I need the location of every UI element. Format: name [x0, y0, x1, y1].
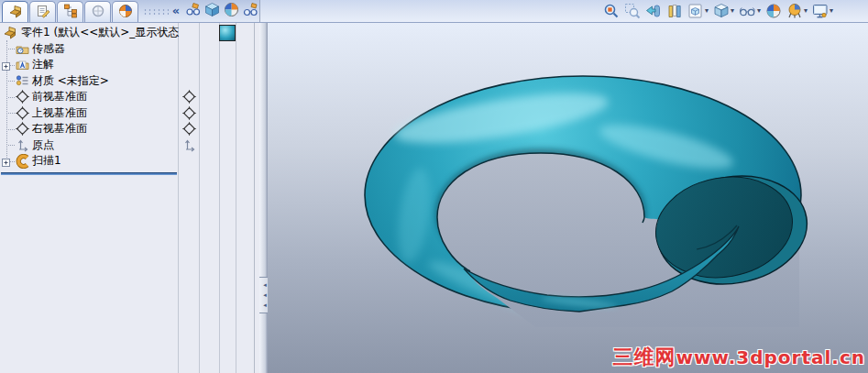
tree-item-label: 右视基准面: [32, 121, 87, 137]
tree-item-label: 前视基准面: [32, 89, 87, 104]
view-settings-button[interactable]: ▾: [811, 2, 834, 20]
tab-feature-manager[interactable]: [2, 1, 28, 22]
collapse-panel-button[interactable]: «: [170, 3, 181, 19]
splitter-arrow-icon: ◂: [263, 280, 267, 291]
appearance-ball-icon: [224, 2, 239, 20]
solidworks-window: «: [0, 0, 868, 373]
display-pane-cube-icon: [204, 2, 220, 20]
tree-item-origin[interactable]: 原点: [2, 137, 176, 154]
tab-dimxpert-manager[interactable]: [84, 1, 111, 22]
display-style-icon: [713, 3, 730, 19]
view-settings-icon: [812, 3, 829, 19]
plane-icon: [16, 122, 29, 138]
display-style-button[interactable]: ▾: [712, 2, 735, 20]
plane-icon: [16, 90, 29, 106]
zoom-to-area-icon: [624, 3, 641, 19]
appearance-ball-button[interactable]: [223, 3, 239, 19]
appearance-sphere-icon[interactable]: [219, 25, 236, 41]
dimxpert-tab-icon: [91, 4, 105, 21]
heads-up-view-toolbar: ▾ ▾ ▾: [602, 2, 834, 20]
splitter-arrow-icon: ◂: [263, 291, 267, 301]
tree-item-label: 传感器: [32, 41, 65, 57]
origin-icon: [16, 138, 29, 155]
edit-appearance-icon: [765, 3, 782, 19]
hide-show-items-icon: [739, 3, 756, 19]
sensors-folder-icon: [16, 42, 29, 59]
expand-plus-icon[interactable]: [2, 157, 10, 170]
zoom-to-fit-icon: [603, 3, 620, 19]
filter-glasses-button[interactable]: [242, 3, 258, 19]
watermark: 三维网www.3dportal.cn: [612, 344, 865, 371]
tree-item-label: 上视基准面: [32, 105, 87, 121]
display-pane-origin-icon[interactable]: [182, 138, 196, 155]
section-view-button[interactable]: [665, 2, 684, 20]
tree-item-annotations[interactable]: 注解: [2, 57, 176, 73]
edit-appearance-button[interactable]: [764, 2, 783, 20]
display-pane-cube-button[interactable]: [203, 3, 220, 19]
feature-tree-tab-icon: [8, 4, 23, 21]
toolbar-grip[interactable]: [143, 8, 169, 15]
annotations-folder-icon: [16, 58, 29, 74]
plane-icon: [16, 106, 29, 123]
display-pane-plane-icon[interactable]: [182, 90, 196, 106]
watermark-url: www.3dportal.cn: [676, 346, 865, 368]
tree-item-sweep1[interactable]: 扫描1: [2, 153, 176, 170]
view-orientation-button[interactable]: ▾: [687, 2, 709, 20]
hide-show-items-button[interactable]: ▾: [738, 2, 762, 20]
tree-item-front-plane[interactable]: 前视基准面: [2, 89, 176, 105]
zoom-to-fit-button[interactable]: [602, 2, 621, 20]
apply-scene-dropdown[interactable]: ▾: [804, 2, 808, 20]
display-pane-plane-icon[interactable]: [182, 106, 196, 123]
sweep-icon: [16, 154, 30, 171]
previous-view-button[interactable]: [644, 2, 663, 20]
display-pane-divider: [199, 23, 200, 373]
display-pane-plane-icon[interactable]: [182, 122, 196, 138]
property-manager-tab-icon: [36, 4, 50, 21]
tree-item-right-plane[interactable]: 右视基准面: [2, 121, 176, 137]
tab-display-manager[interactable]: [112, 1, 138, 22]
view-orientation-icon: [687, 3, 704, 19]
view-settings-dropdown[interactable]: ▾: [830, 2, 833, 20]
feature-manager-header-icons: [184, 3, 258, 19]
hide-show-items-dropdown[interactable]: ▾: [757, 2, 761, 20]
splitter-arrow-icon: ◂: [263, 301, 267, 311]
tab-property-manager[interactable]: [29, 1, 56, 22]
feature-manager-panel: 零件1 (默认<<默认>_显示状态 传感器: [0, 23, 259, 373]
display-manager-tab-icon: [118, 4, 133, 21]
panel-edge: [254, 23, 255, 373]
tree-item-label: 原点: [32, 137, 54, 153]
previous-view-icon: [645, 3, 662, 19]
tree-item-label: 扫描1: [32, 153, 61, 169]
filter-tree-button[interactable]: [184, 3, 201, 19]
zoom-to-area-button[interactable]: [623, 2, 642, 20]
watermark-brand: 三维网: [612, 346, 676, 368]
display-pane-divider: [178, 23, 179, 373]
display-pane-divider: [236, 23, 236, 373]
filter-tree-icon: [185, 2, 201, 20]
apply-scene-button[interactable]: ▾: [786, 2, 808, 20]
display-pane-divider: [219, 23, 220, 373]
apply-scene-icon: [786, 3, 803, 19]
configuration-manager-tab-icon: [63, 4, 78, 21]
part-icon: [3, 25, 17, 42]
tree-item-sensors[interactable]: 传感器: [2, 41, 176, 58]
expand-plus-icon[interactable]: [2, 60, 10, 73]
section-view-icon: [666, 3, 683, 19]
panel-splitter[interactable]: [259, 23, 268, 373]
display-style-dropdown[interactable]: ▾: [731, 2, 734, 20]
tab-configuration-manager[interactable]: [57, 1, 83, 22]
tree-item-top-plane[interactable]: 上视基准面: [2, 105, 176, 122]
material-icon: [16, 74, 29, 91]
view-orientation-dropdown[interactable]: ▾: [705, 2, 709, 20]
filter-glasses-icon: [243, 2, 258, 20]
tree-item-label: 材质 <未指定>: [32, 73, 109, 89]
tree-item-part-root[interactable]: 零件1 (默认<<默认>_显示状态: [2, 25, 176, 41]
graphics-viewport[interactable]: 三维网www.3dportal.cn: [268, 23, 868, 373]
tree-item-label: 注解: [32, 57, 54, 72]
rollback-bar[interactable]: [1, 172, 177, 175]
tree-item-label: 零件1 (默认<<默认>_显示状态: [21, 25, 179, 40]
tree-item-material[interactable]: 材质 <未指定>: [2, 73, 176, 90]
model-sweep-solid[interactable]: [268, 23, 868, 373]
panel-tabs: [2, 1, 139, 22]
